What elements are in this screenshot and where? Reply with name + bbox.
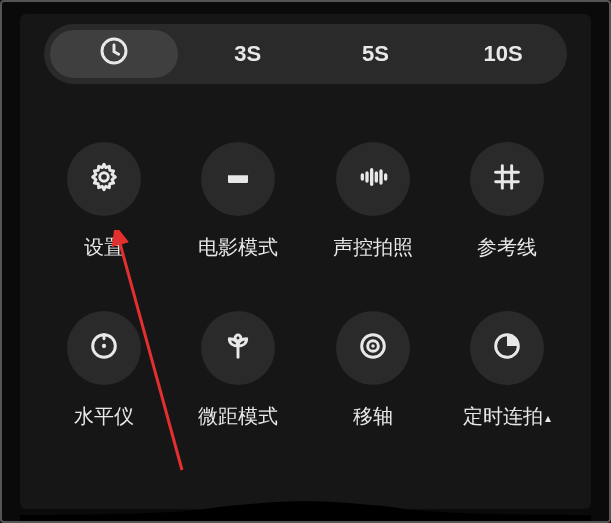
timer-option-5s[interactable]: 5S (312, 24, 440, 84)
timer-label: 10S (484, 41, 523, 67)
grid-item-label: 移轴 (353, 403, 393, 430)
svg-rect-3 (228, 171, 248, 175)
icon-container (201, 311, 275, 385)
settings-button[interactable]: 设置 (42, 142, 166, 261)
svg-point-20 (371, 344, 374, 347)
grid-item-label: 微距模式 (198, 403, 278, 430)
grid-item-label: 定时连拍▴ (463, 403, 551, 430)
cinema-icon (222, 161, 254, 197)
voice-photo-button[interactable]: 声控拍照 (311, 142, 435, 261)
cinema-mode-button[interactable]: 电影模式 (176, 142, 300, 261)
icon-container (336, 311, 410, 385)
macro-icon (222, 330, 254, 366)
level-button[interactable]: 水平仪 (42, 311, 166, 430)
interval-icon (491, 330, 523, 366)
svg-point-15 (102, 344, 106, 348)
interval-shooting-button[interactable]: 定时连拍▴ (445, 311, 569, 430)
icon-container (470, 311, 544, 385)
grid-item-label: 声控拍照 (333, 234, 413, 261)
bottom-notch (20, 501, 591, 521)
svg-point-17 (235, 335, 241, 341)
settings-grid: 设置 电影模式 (36, 142, 575, 430)
icon-container (201, 142, 275, 216)
timer-option-off[interactable] (50, 30, 178, 78)
tiltshift-icon (357, 330, 389, 366)
grid-item-label: 设置 (84, 234, 124, 261)
tilt-shift-button[interactable]: 移轴 (311, 311, 435, 430)
macro-mode-button[interactable]: 微距模式 (176, 311, 300, 430)
clock-icon (98, 35, 130, 73)
icon-container (67, 142, 141, 216)
grid-icon (491, 161, 523, 197)
gear-icon (88, 161, 120, 197)
level-icon (88, 330, 120, 366)
icon-container (336, 142, 410, 216)
timer-option-10s[interactable]: 10S (439, 24, 567, 84)
grid-item-label: 参考线 (477, 234, 537, 261)
grid-item-label: 电影模式 (198, 234, 278, 261)
svg-point-1 (100, 173, 109, 182)
timer-option-3s[interactable]: 3S (184, 24, 312, 84)
timer-label: 5S (362, 41, 389, 67)
grid-item-label: 水平仪 (74, 403, 134, 430)
voice-icon (357, 161, 389, 197)
icon-container (67, 311, 141, 385)
timer-segmented-control: 3S 5S 10S (44, 24, 567, 84)
grid-lines-button[interactable]: 参考线 (445, 142, 569, 261)
timer-label: 3S (234, 41, 261, 67)
settings-panel: 3S 5S 10S 设置 (20, 14, 591, 509)
icon-container (470, 142, 544, 216)
